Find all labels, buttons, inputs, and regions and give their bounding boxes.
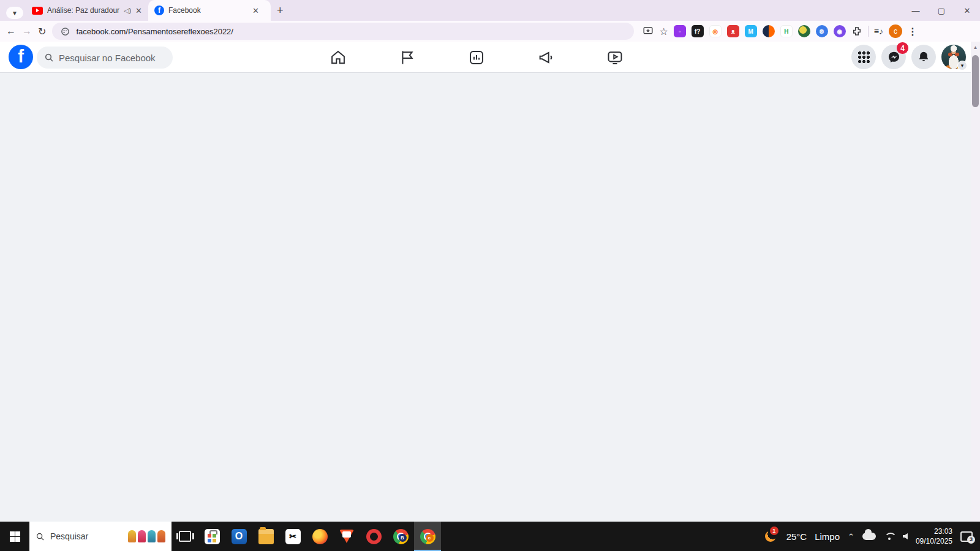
apps-menu-button[interactable] [851,45,876,69]
ext-icon-9[interactable]: ⚙ [816,25,828,37]
taskbar-search-placeholder: Pesquisar [50,531,88,541]
task-view-button[interactable] [172,522,198,551]
nav-right-cluster: 4 ▾ [851,45,966,69]
ext-icon-2[interactable]: f? [692,25,704,37]
firefox-button[interactable] [306,522,333,551]
windows-logo-icon [10,531,20,542]
bookmark-star-icon[interactable]: ☆ [659,26,668,37]
browser-tab-strip: ▼ Análise: Paz duradoura em ◁) ✕ f Faceb… [0,0,980,21]
search-icon [36,532,45,541]
tab-audio-icon[interactable]: ◁) [124,7,131,15]
chrome-profile-badge: B [399,534,407,542]
taskbar-search[interactable]: Pesquisar [29,522,172,551]
wifi-icon[interactable] [884,532,895,541]
url-text: facebook.com/Pensamentosereflexoes2022/ [76,27,233,36]
ext-icon-8[interactable] [798,25,810,37]
ad-center-megaphone-icon[interactable] [537,49,554,66]
volume-icon[interactable] [903,533,908,539]
minimize-button[interactable]: — [903,0,929,21]
search-icon [44,53,54,62]
ext-icon-7[interactable]: H [780,25,793,37]
account-avatar[interactable]: ▾ [941,45,966,69]
weather-temp[interactable]: 25°C [786,531,807,542]
address-bar[interactable]: facebook.com/Pensamentosereflexoes2022/ [52,23,634,40]
browser-scrollbar[interactable]: ▲ [971,42,980,522]
new-tab-button[interactable]: + [277,4,284,17]
browser-profile-avatar[interactable]: c [889,24,902,38]
browser-menu-icon[interactable]: ⋮ [908,26,918,37]
forward-button[interactable]: → [22,26,32,37]
back-button[interactable]: ← [6,26,16,37]
extensions-puzzle-icon[interactable] [851,26,862,37]
opera-icon [366,529,382,544]
store-icon [205,529,220,544]
home-icon[interactable] [330,49,347,66]
ext-icon-6[interactable] [763,25,775,37]
bell-icon [918,51,930,63]
notification-center-button[interactable]: 3 [960,531,973,542]
search-placeholder: Pesquisar no Facebook [59,53,156,63]
weather-icon[interactable]: 1 [764,529,778,544]
facebook-search[interactable]: Pesquisar no Facebook [37,47,173,69]
capcut-icon: ✂ [285,529,301,544]
tab-close-icon[interactable]: ✕ [135,6,142,15]
toolbar-separator [868,26,869,37]
notifications-button[interactable] [911,45,936,69]
search-highlights-icon[interactable] [128,530,165,542]
folder-icon [258,529,274,544]
chrome-icon: B [393,529,409,544]
youtube-favicon [32,7,43,15]
close-button[interactable]: ✕ [954,0,980,21]
ext-icon-3[interactable]: ◎ [709,25,722,37]
tab-groups-icon[interactable]: ≡♪ [874,26,883,36]
ext-icon-10[interactable]: ◉ [834,25,846,37]
tab-title: Facebook [168,6,248,15]
tab-youtube[interactable]: Análise: Paz duradoura em ◁) ✕ [26,0,148,21]
scrollbar-thumb[interactable] [972,55,979,107]
reload-button[interactable]: ↻ [38,26,46,37]
facebook-favicon: f [154,6,164,15]
messenger-button[interactable]: 4 [881,45,906,69]
tab-search-chevron-icon[interactable]: ▼ [6,7,23,19]
taskbar-clock[interactable]: 23:03 09/10/2025 [916,527,952,546]
capcut-button[interactable]: ✂ [279,522,306,551]
firefox-icon [312,529,328,544]
brave-icon [339,530,354,543]
install-icon[interactable] [643,26,654,37]
facebook-top-nav: f Pesquisar no Facebook 4 ▾ [0,42,971,73]
chrome-active-button[interactable]: c [414,522,441,551]
brave-button[interactable] [333,522,360,551]
maximize-button[interactable]: ▢ [929,0,954,21]
pages-flag-icon[interactable] [399,49,416,66]
start-button[interactable] [0,522,29,551]
chrome-profile2-button[interactable]: B [387,522,414,551]
tab-title: Análise: Paz duradoura em [47,6,119,15]
scrollbar-up-arrow[interactable]: ▲ [971,42,980,50]
chrome-icon: c [420,529,435,544]
file-explorer-button[interactable] [252,522,279,551]
opera-button[interactable] [360,522,387,551]
outlook-button[interactable]: O [225,522,252,551]
hidden-icons-chevron[interactable]: ⌃ [848,532,854,541]
date: 09/10/2025 [916,536,952,546]
ext-icon-4[interactable]: ᴥ [727,25,739,37]
ext-icon-1[interactable]: ◦ [674,25,686,37]
outlook-icon: O [232,529,247,544]
professional-dashboard-icon[interactable] [468,49,485,66]
ext-icon-5[interactable]: M [745,25,757,37]
site-info-icon[interactable] [61,27,70,36]
facebook-page: f Pesquisar no Facebook 4 ▾ [0,42,971,522]
weather-condition[interactable]: Limpo [815,531,840,542]
chrome-profile-badge: c [426,534,434,542]
browser-toolbar: ← → ↻ facebook.com/Pensamentosereflexoes… [0,21,980,42]
tab-close-icon[interactable]: ✕ [252,6,259,15]
time: 23:03 [916,527,952,536]
facebook-logo[interactable]: f [9,45,33,69]
video-icon[interactable] [606,49,624,66]
microsoft-store-button[interactable] [198,522,225,551]
tab-facebook[interactable]: f Facebook ✕ [148,0,271,21]
messenger-badge: 4 [897,42,908,54]
account-chevron-icon: ▾ [957,61,967,70]
onedrive-cloud-icon[interactable] [862,533,876,540]
nav-center-icons [330,42,624,73]
